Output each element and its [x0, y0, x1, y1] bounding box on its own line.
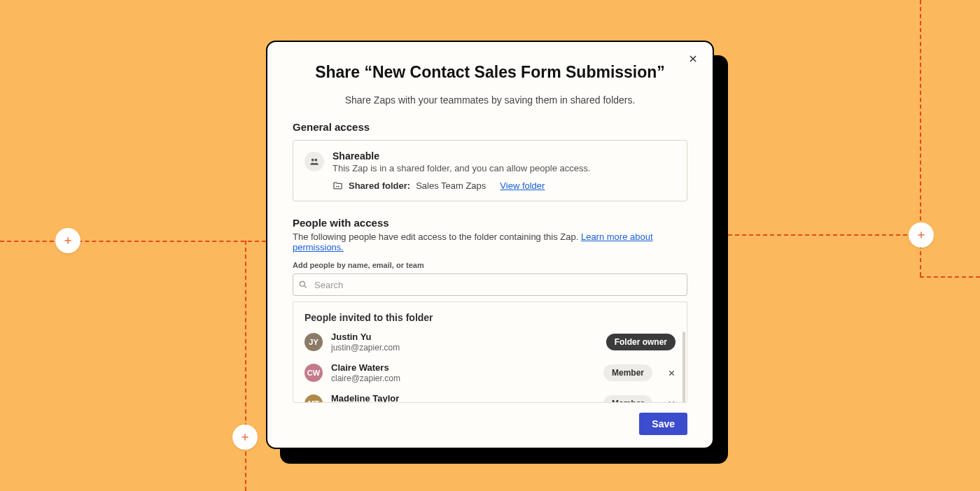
member-badge[interactable]: Member — [603, 395, 652, 403]
remove-member-button[interactable] — [668, 369, 676, 377]
person-info: Madeline Taylormadeline@zapier.com — [331, 393, 595, 403]
invited-heading: People invited to this folder — [304, 312, 676, 323]
decorative-line — [920, 276, 980, 278]
close-button[interactable] — [685, 50, 701, 67]
view-folder-link[interactable]: View folder — [500, 180, 545, 191]
search-input[interactable] — [293, 273, 687, 296]
general-access-heading: General access — [293, 121, 687, 133]
avatar: JY — [304, 333, 323, 351]
invited-list: People invited to this folder JYJustin Y… — [293, 301, 687, 403]
person-row: CWClaire Watersclaire@zapier.comMember — [304, 362, 676, 383]
scrollbar[interactable] — [682, 332, 685, 403]
close-icon — [688, 54, 698, 64]
add-people-label: Add people by name, email, or team — [293, 261, 687, 269]
person-row: JYJustin Yujustin@zapier.comFolder owner — [304, 332, 676, 353]
shareable-title: Shareable — [332, 150, 591, 162]
share-modal: Share “New Contact Sales Form Submission… — [266, 41, 714, 449]
avatar: MT — [304, 394, 323, 403]
modal-title: Share “New Contact Sales Form Submission… — [293, 63, 687, 82]
remove-member-button[interactable] — [668, 400, 676, 404]
decorative-line — [0, 241, 266, 242]
decorative-line — [714, 234, 921, 236]
close-icon — [668, 369, 676, 377]
svg-point-9 — [314, 159, 317, 162]
folder-icon — [332, 180, 343, 191]
svg-line-13 — [304, 286, 307, 288]
people-icon — [304, 152, 324, 171]
person-email: claire@zapier.com — [331, 373, 595, 383]
people-access-heading: People with access — [293, 217, 687, 229]
search-icon — [298, 280, 308, 290]
person-info: Claire Watersclaire@zapier.com — [331, 362, 595, 383]
svg-point-11 — [338, 186, 340, 187]
shareable-desc: This Zap is in a shared folder, and you … — [332, 163, 591, 173]
people-access-desc: The following people have edit access to… — [293, 232, 687, 252]
close-icon — [668, 400, 676, 404]
shared-folder-label: Shared folder: — [349, 180, 410, 191]
people-desc-text: The following people have edit access to… — [293, 232, 581, 242]
add-node-button[interactable] — [55, 228, 80, 253]
general-access-box: Shareable This Zap is in a shared folder… — [293, 140, 687, 201]
person-name: Justin Yu — [331, 332, 598, 342]
save-button[interactable]: Save — [639, 413, 687, 435]
add-node-button[interactable] — [909, 222, 934, 248]
decorative-line — [245, 241, 246, 491]
person-email: justin@zapier.com — [331, 343, 598, 353]
shared-folder-name: Sales Team Zaps — [416, 180, 486, 191]
avatar: CW — [304, 364, 323, 382]
modal-subtitle: Share Zaps with your teammates by saving… — [293, 94, 687, 106]
svg-point-10 — [336, 186, 337, 187]
add-node-button[interactable] — [232, 425, 258, 450]
person-name: Madeline Taylor — [331, 393, 595, 403]
svg-point-8 — [312, 159, 314, 162]
person-name: Claire Waters — [331, 362, 595, 373]
person-info: Justin Yujustin@zapier.com — [331, 332, 598, 353]
member-badge[interactable]: Member — [603, 364, 652, 381]
owner-badge: Folder owner — [606, 334, 676, 350]
person-row: MTMadeline Taylormadeline@zapier.comMemb… — [304, 393, 676, 403]
svg-point-12 — [300, 281, 304, 286]
